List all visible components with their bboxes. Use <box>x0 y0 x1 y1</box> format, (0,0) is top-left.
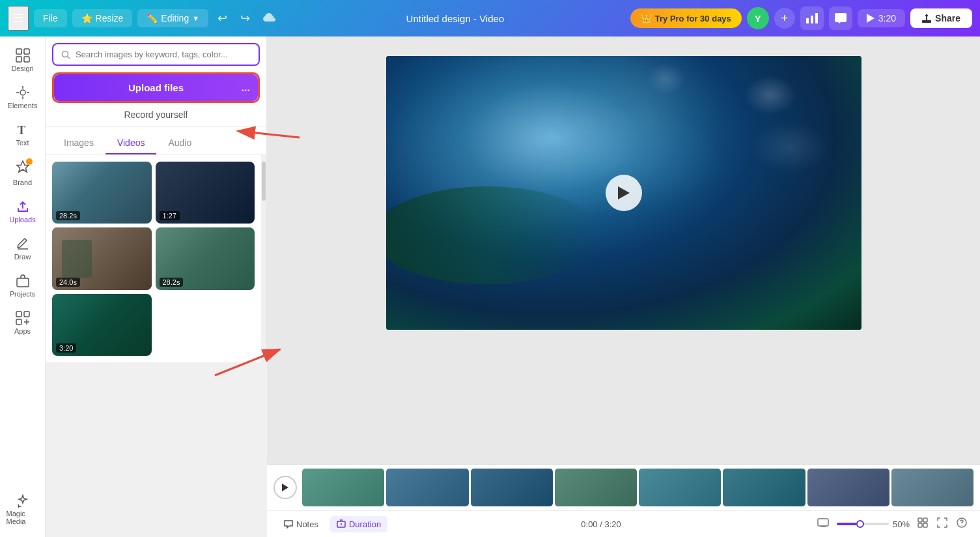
analytics-button[interactable] <box>800 7 824 30</box>
search-bar <box>52 43 260 66</box>
video-thumbnail-4[interactable]: 28.2s <box>156 227 255 289</box>
scroll-thumb[interactable] <box>262 162 266 201</box>
search-icon <box>61 50 70 59</box>
timeline-thumb-7[interactable] <box>807 469 889 506</box>
record-yourself-button[interactable]: Record yourself <box>46 103 266 127</box>
icon-sidebar: Design Elements T Text Brand <box>0 36 46 537</box>
help-button[interactable] <box>954 515 970 533</box>
video-thumbnail-5[interactable]: 3:20 <box>52 294 152 356</box>
editing-button[interactable]: ✏️ Editing ▼ <box>137 9 208 27</box>
svg-rect-0 <box>806 18 809 23</box>
menu-icon-button[interactable]: ☰ <box>8 6 29 31</box>
timeline-row <box>273 469 973 506</box>
svg-marker-19 <box>618 186 630 199</box>
timeline-thumb-8[interactable] <box>891 469 973 506</box>
search-wrapper <box>46 36 266 66</box>
video-duration-5: 3:20 <box>56 343 76 353</box>
sidebar-item-design[interactable]: Design <box>3 43 43 78</box>
timeline-strip <box>302 469 973 506</box>
redo-button[interactable]: ↪ <box>236 7 254 29</box>
svg-rect-24 <box>923 518 927 522</box>
svg-rect-14 <box>16 319 21 325</box>
timeline-thumb-5[interactable] <box>639 469 721 506</box>
pencil-icon: ✏️ <box>147 13 158 23</box>
sidebar-item-elements[interactable]: Elements <box>3 80 43 115</box>
screen-layout-button[interactable] <box>815 515 832 532</box>
upload-section: Upload files ... <box>46 66 266 103</box>
video-thumbnail-3[interactable]: 24.0s <box>52 227 152 289</box>
timeline-thumb-3[interactable] <box>471 469 553 506</box>
tab-images[interactable]: Images <box>52 132 105 154</box>
search-input[interactable] <box>76 50 251 59</box>
svg-rect-11 <box>17 278 29 287</box>
svg-rect-2 <box>815 13 818 23</box>
add-team-button[interactable]: + <box>774 8 795 29</box>
sidebar-item-draw[interactable]: Draw <box>3 231 43 266</box>
sidebar-item-magic-media[interactable]: Magic Media <box>3 488 43 530</box>
video-thumbnail-1[interactable]: 28.2s <box>52 162 152 224</box>
svg-rect-5 <box>16 49 21 54</box>
tab-audio[interactable]: Audio <box>156 132 203 154</box>
sidebar-item-apps[interactable]: Apps <box>3 306 43 340</box>
duration-button[interactable]: Duration <box>330 516 387 532</box>
sidebar-item-text[interactable]: T Text <box>3 117 43 152</box>
tab-videos[interactable]: Videos <box>105 132 157 154</box>
notes-button[interactable]: Notes <box>277 516 325 532</box>
zoom-slider[interactable] <box>837 523 889 525</box>
comments-button[interactable] <box>829 7 852 30</box>
media-tabs: Images Videos Audio <box>46 130 266 155</box>
scroll-indicator <box>261 155 266 362</box>
svg-rect-13 <box>24 312 29 317</box>
sidebar-item-uploads[interactable]: Uploads <box>3 194 43 229</box>
video-canvas[interactable] <box>386 56 861 330</box>
topbar: ☰ File ⭐ Resize ✏️ Editing ▼ ↩ ↪ Untitle… <box>0 0 980 36</box>
svg-marker-3 <box>867 14 875 23</box>
video-duration-1: 28.2s <box>56 211 80 220</box>
preview-timer-button[interactable]: 3:20 <box>858 9 905 27</box>
video-duration-3: 24.0s <box>56 278 80 287</box>
grid-view-button[interactable] <box>915 515 931 533</box>
svg-marker-20 <box>282 484 288 491</box>
svg-rect-8 <box>24 57 29 62</box>
zoom-level: 50% <box>893 519 910 529</box>
try-pro-button[interactable]: 👑 Try Pro for 30 days <box>630 8 742 28</box>
svg-rect-1 <box>811 16 813 23</box>
file-button[interactable]: File <box>34 9 67 27</box>
user-avatar[interactable]: Y <box>747 7 769 29</box>
timeline-container <box>267 464 980 510</box>
undo-button[interactable]: ↩ <box>214 7 231 29</box>
svg-point-9 <box>20 90 25 95</box>
svg-text:T: T <box>18 124 25 137</box>
chevron-down-icon: ▼ <box>192 14 199 22</box>
timeline-thumb-4[interactable] <box>555 469 637 506</box>
playback-time: 0:00 / 3:20 <box>393 519 809 529</box>
sidebar-item-label-magic-media: Magic Media <box>7 510 39 525</box>
upload-more-icon[interactable]: ... <box>242 82 250 94</box>
timeline-thumb-6[interactable] <box>723 469 805 506</box>
duration-icon <box>337 519 346 529</box>
svg-point-15 <box>63 51 68 57</box>
timeline-play-button[interactable] <box>273 476 297 499</box>
sidebar-item-label-brand: Brand <box>13 179 32 186</box>
document-title: Untitled design - Video <box>285 13 625 24</box>
timeline-thumb-1[interactable] <box>302 469 384 506</box>
video-play-button[interactable] <box>606 175 642 211</box>
timeline-thumb-2[interactable] <box>386 469 468 506</box>
svg-rect-4 <box>922 20 931 23</box>
bottom-right-icons <box>915 515 970 533</box>
cloud-save-button[interactable] <box>259 8 280 29</box>
crown-icon: 👑 <box>641 13 652 23</box>
video-thumbnail-2[interactable]: 1:27 <box>156 162 255 224</box>
canvas-area <box>267 36 980 464</box>
share-button[interactable]: Share <box>910 8 972 28</box>
star-icon: ⭐ <box>81 13 92 23</box>
svg-rect-7 <box>16 57 21 62</box>
resize-button[interactable]: ⭐ Resize <box>72 9 133 27</box>
sidebar-item-label-draw: Draw <box>14 253 31 261</box>
sidebar-item-projects[interactable]: Projects <box>3 268 43 303</box>
svg-rect-6 <box>24 49 29 54</box>
fullscreen-button[interactable] <box>934 515 950 533</box>
svg-rect-26 <box>923 523 927 527</box>
sidebar-item-brand[interactable]: Brand <box>3 154 43 192</box>
upload-files-button[interactable]: Upload files ... <box>54 74 258 101</box>
